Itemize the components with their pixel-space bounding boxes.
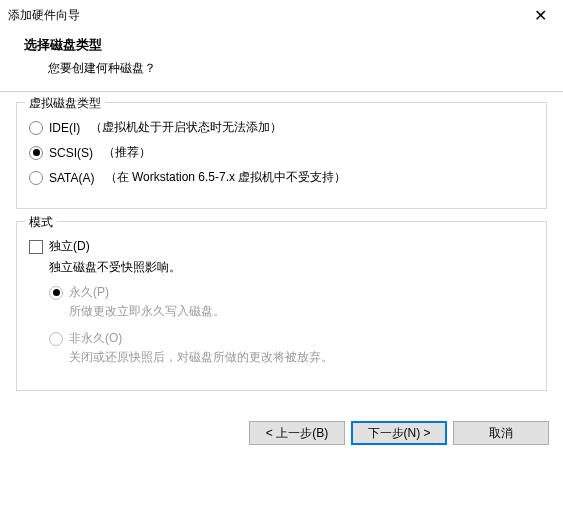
radio-scsi-hint: （推荐） <box>103 144 151 161</box>
radio-ide[interactable]: IDE(I) （虚拟机处于开启状态时无法添加） <box>29 119 534 136</box>
radio-nonpersistent: 非永久(O) <box>49 330 534 347</box>
checkbox-icon <box>29 240 43 254</box>
radio-sata-hint: （在 Workstation 6.5-7.x 虚拟机中不受支持） <box>105 169 347 186</box>
page-subtitle: 您要创建何种磁盘？ <box>24 60 539 77</box>
radio-permanent: 永久(P) <box>49 284 534 301</box>
nonpersistent-description: 关闭或还原快照后，对磁盘所做的更改将被放弃。 <box>69 349 534 366</box>
disk-type-group: 虚拟磁盘类型 IDE(I) （虚拟机处于开启状态时无法添加） SCSI(S) （… <box>16 102 547 209</box>
wizard-header: 选择磁盘类型 您要创建何种磁盘？ <box>0 30 563 91</box>
next-button[interactable]: 下一步(N) > <box>351 421 447 445</box>
permanent-description: 所做更改立即永久写入磁盘。 <box>69 303 534 320</box>
button-bar: < 上一步(B) 下一步(N) > 取消 <box>0 413 563 459</box>
radio-scsi[interactable]: SCSI(S) （推荐） <box>29 144 534 161</box>
radio-sata[interactable]: SATA(A) （在 Workstation 6.5-7.x 虚拟机中不受支持） <box>29 169 534 186</box>
radio-icon <box>29 121 43 135</box>
window-title: 添加硬件向导 <box>8 7 80 24</box>
radio-icon <box>49 286 63 300</box>
content-area: 虚拟磁盘类型 IDE(I) （虚拟机处于开启状态时无法添加） SCSI(S) （… <box>0 92 563 413</box>
radio-ide-label: IDE(I) <box>49 121 80 135</box>
radio-icon <box>29 146 43 160</box>
disk-type-legend: 虚拟磁盘类型 <box>25 95 105 112</box>
mode-group: 模式 独立(D) 独立磁盘不受快照影响。 永久(P) 所做更改立即永久写入磁盘。… <box>16 221 547 391</box>
cancel-button[interactable]: 取消 <box>453 421 549 445</box>
independent-description: 独立磁盘不受快照影响。 <box>49 259 534 276</box>
titlebar: 添加硬件向导 ✕ <box>0 0 563 30</box>
back-button[interactable]: < 上一步(B) <box>249 421 345 445</box>
radio-icon <box>49 332 63 346</box>
close-icon[interactable]: ✕ <box>528 6 553 25</box>
radio-nonpersistent-label: 非永久(O) <box>69 330 122 347</box>
independent-options: 永久(P) 所做更改立即永久写入磁盘。 非永久(O) 关闭或还原快照后，对磁盘所… <box>49 284 534 366</box>
radio-scsi-label: SCSI(S) <box>49 146 93 160</box>
radio-permanent-label: 永久(P) <box>69 284 109 301</box>
page-title: 选择磁盘类型 <box>24 36 539 54</box>
radio-sata-label: SATA(A) <box>49 171 95 185</box>
radio-icon <box>29 171 43 185</box>
checkbox-independent-label: 独立(D) <box>49 238 90 255</box>
mode-legend: 模式 <box>25 214 57 231</box>
checkbox-independent[interactable]: 独立(D) <box>29 238 534 255</box>
radio-ide-hint: （虚拟机处于开启状态时无法添加） <box>90 119 282 136</box>
